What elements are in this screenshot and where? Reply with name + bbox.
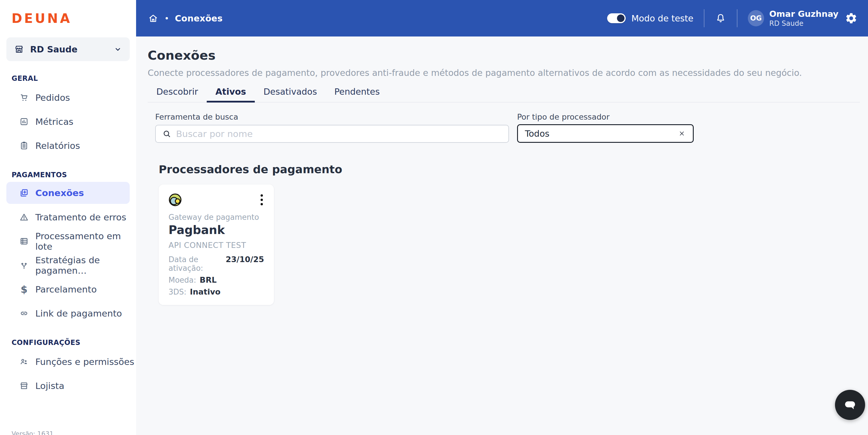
breadcrumb: Conexões — [175, 13, 223, 24]
storefront-icon — [19, 381, 29, 391]
route-icon — [19, 260, 29, 270]
sidebar-item-label: Conexões — [35, 188, 84, 198]
card-subtitle: API CONNECT TEST — [168, 241, 264, 250]
chat-bubble-icon — [842, 397, 858, 413]
merchant-selector-label: RD Saude — [30, 44, 77, 55]
search-icon — [162, 129, 172, 138]
sidebar-item-label: Funções e permissões — [35, 356, 134, 367]
clear-filter-icon[interactable] — [678, 129, 686, 137]
tabs: Descobrir Ativos Desativados Pendentes — [148, 86, 860, 102]
user-block: Omar Guzhnay RD Saude — [769, 9, 838, 28]
avatar[interactable]: OG — [748, 10, 764, 26]
user-name: Omar Guzhnay — [769, 9, 838, 19]
processors-section: Processadores de pagamento Gateway de pa… — [159, 163, 860, 305]
page-title: Conexões — [148, 48, 860, 63]
dollar-icon: $ — [19, 283, 29, 295]
sidebar-item-label: Métricas — [35, 117, 73, 127]
connections-icon — [19, 188, 29, 198]
sidebar-section-geral: GERAL — [11, 74, 124, 83]
sidebar-item-label: Pedidos — [35, 92, 70, 103]
tab-descobrir[interactable]: Descobrir — [148, 86, 207, 102]
card-fields: Data de ativação: 23/10/25 Moeda: BRL 3D… — [168, 255, 264, 296]
sidebar-item-label: Tratamento de erros — [35, 212, 126, 222]
sidebar-item-processamento-em-lote[interactable]: Processamento em lote — [0, 229, 136, 253]
page-description: Conecte processadores de pagamento, prov… — [148, 68, 860, 78]
processor-type-label: Por tipo de processador — [517, 112, 694, 121]
card-category: Gateway de pagamento — [168, 213, 264, 222]
topbar-right: Modo de teste OG Omar Guzhnay RD Saude — [607, 9, 858, 28]
processor-type-group: Por tipo de processador Todos — [517, 112, 694, 143]
processor-card-pagbank[interactable]: Gateway de pagamento Pagbank API CONNECT… — [159, 185, 274, 305]
filters-row: Ferramenta de busca Por tipo de processa… — [155, 112, 860, 143]
sidebar-item-label: Processamento em lote — [35, 231, 136, 252]
avatar-initials: OG — [750, 14, 762, 22]
divider — [704, 9, 705, 27]
sidebar-item-link-de-pagamento[interactable]: Link de pagamento — [0, 301, 136, 325]
test-mode-label: Modo de teste — [631, 13, 693, 24]
search-label: Ferramenta de busca — [155, 112, 509, 121]
topbar: Conexões Modo de teste OG Omar Guzhnay R… — [136, 0, 868, 36]
brand-logo: DEUNA — [11, 11, 136, 26]
sidebar-item-label: Relatórios — [35, 141, 80, 151]
tab-ativos[interactable]: Ativos — [207, 86, 255, 102]
divider — [737, 9, 737, 27]
user-merchant: RD Saude — [769, 19, 838, 28]
metrics-icon — [19, 117, 29, 127]
home-icon[interactable] — [148, 13, 159, 24]
app-root: DEUNA RD Saude GERAL Pedidos — [0, 0, 868, 435]
processors-section-title: Processadores de pagamento — [159, 163, 860, 176]
sidebar-item-parcelamento[interactable]: $ Parcelamento — [0, 277, 136, 301]
toggle-knob — [617, 14, 624, 22]
card-menu-button[interactable] — [259, 193, 264, 207]
pagbank-logo — [168, 193, 182, 207]
breadcrumb-separator-dot — [165, 17, 168, 20]
search-box — [155, 125, 509, 143]
report-icon — [19, 141, 29, 151]
sidebar-item-pedidos[interactable]: Pedidos — [0, 86, 136, 110]
sidebar-item-label: Estratégias de pagamen… — [35, 255, 136, 276]
search-input[interactable] — [176, 129, 502, 139]
tab-pendentes[interactable]: Pendentes — [326, 86, 389, 102]
batch-icon — [19, 236, 29, 246]
sidebar: DEUNA RD Saude GERAL Pedidos — [0, 0, 136, 435]
sidebar-item-metricas[interactable]: Métricas — [0, 110, 136, 133]
chevron-down-icon — [114, 45, 122, 54]
tab-desativados[interactable]: Desativados — [255, 86, 326, 102]
bell-icon[interactable] — [715, 12, 726, 24]
sidebar-item-funcoes-e-permissoes[interactable]: Funções e permissões — [0, 349, 136, 374]
gear-icon[interactable] — [845, 12, 858, 25]
card-field-3ds: 3DS: Inativo — [168, 287, 264, 296]
sidebar-section-pagamentos: PAGAMENTOS — [11, 171, 124, 179]
chat-widget-button[interactable] — [835, 390, 865, 420]
card-field-currency: Moeda: BRL — [168, 275, 264, 284]
processor-type-value: Todos — [525, 129, 550, 139]
processor-type-select[interactable]: Todos — [517, 124, 694, 143]
search-group: Ferramenta de busca — [155, 112, 509, 143]
app-version: Versão: 1631 — [11, 430, 54, 435]
sidebar-item-label: Link de pagamento — [35, 308, 122, 318]
merchant-selector[interactable]: RD Saude — [6, 37, 130, 61]
sidebar-item-conexoes[interactable]: Conexões — [6, 182, 130, 204]
test-mode-toggle[interactable] — [607, 13, 626, 23]
sidebar-item-label: Lojista — [35, 380, 64, 391]
cart-icon — [19, 93, 29, 102]
sidebar-section-configuracoes: CONFIGURAÇÕES — [11, 339, 124, 347]
card-name: Pagbank — [168, 223, 264, 237]
main-content: Conexões Conecte processadores de pagame… — [136, 36, 868, 435]
sidebar-item-relatorios[interactable]: Relatórios — [0, 133, 136, 158]
people-icon — [19, 357, 29, 367]
sidebar-item-estrategias-de-pagamento[interactable]: Estratégias de pagamen… — [0, 253, 136, 277]
warning-icon — [19, 212, 29, 222]
card-header — [168, 193, 264, 207]
storefront-icon — [14, 44, 24, 55]
link-icon — [19, 308, 29, 318]
sidebar-item-lojista[interactable]: Lojista — [0, 374, 136, 398]
card-field-activation-date: Data de ativação: 23/10/25 — [168, 255, 264, 273]
sidebar-item-label: Parcelamento — [35, 284, 97, 294]
sidebar-item-tratamento-de-erros[interactable]: Tratamento de erros — [0, 205, 136, 229]
